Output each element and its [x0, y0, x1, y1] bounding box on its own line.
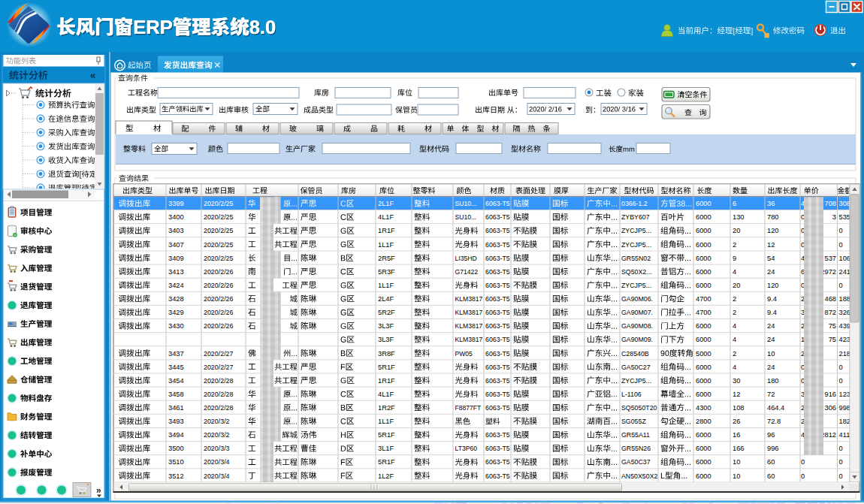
- svg-text:123: 123: [839, 391, 851, 398]
- svg-text:6000: 6000: [696, 431, 711, 439]
- svg-text:3413: 3413: [168, 268, 184, 276]
- svg-text:464.4: 464.4: [767, 404, 784, 412]
- svg-text:996: 996: [767, 445, 779, 452]
- svg-text:5R3F: 5R3F: [378, 268, 395, 276]
- svg-text:LI35HD: LI35HD: [455, 255, 477, 262]
- svg-text:6000: 6000: [696, 213, 711, 221]
- svg-text:6000: 6000: [696, 472, 711, 480]
- svg-text:12: 12: [767, 241, 775, 249]
- svg-text:3R8F: 3R8F: [378, 350, 395, 358]
- svg-text:0: 0: [839, 282, 843, 289]
- svg-text:6000: 6000: [696, 255, 711, 262]
- svg-text:6063-T5: 6063-T5: [485, 404, 510, 412]
- svg-text:6063-T5: 6063-T5: [485, 255, 510, 262]
- svg-text:3494: 3494: [168, 431, 184, 439]
- svg-text:0: 0: [839, 445, 843, 452]
- svg-text:2800: 2800: [696, 418, 711, 425]
- svg-text:6063-T5: 6063-T5: [485, 213, 510, 221]
- svg-text:96: 96: [767, 431, 775, 439]
- svg-text:3L1F: 3L1F: [378, 445, 394, 452]
- svg-text:1L1F: 1L1F: [378, 282, 394, 289]
- svg-text:2020/3/2: 2020/3/2: [204, 418, 230, 425]
- svg-text:SG055Z: SG055Z: [621, 418, 646, 425]
- svg-text:6000: 6000: [696, 227, 711, 234]
- svg-text:2020/2/28: 2020/2/28: [204, 404, 234, 412]
- svg-text:6000: 6000: [696, 377, 711, 385]
- svg-text:6063-T5: 6063-T5: [485, 227, 510, 234]
- svg-text:998: 998: [839, 404, 851, 412]
- svg-text:75: 75: [829, 322, 836, 330]
- svg-text:2020/3/2: 2020/3/2: [204, 431, 230, 439]
- svg-text:3407: 3407: [168, 241, 184, 249]
- svg-text:3429: 3429: [168, 309, 184, 316]
- svg-text:LT3P60: LT3P60: [455, 445, 478, 452]
- svg-text:9.4: 9.4: [767, 309, 777, 316]
- svg-text:30: 30: [733, 377, 740, 385]
- svg-text:6063-T5: 6063-T5: [485, 268, 510, 276]
- svg-text:3409: 3409: [168, 255, 184, 262]
- svg-text:6000: 6000: [696, 364, 711, 371]
- svg-text:0366-1.2: 0366-1.2: [621, 200, 648, 207]
- svg-text:12: 12: [733, 391, 740, 398]
- svg-text:120: 120: [767, 227, 779, 234]
- svg-text:6063-T5: 6063-T5: [485, 241, 510, 249]
- svg-text:306: 306: [824, 404, 836, 412]
- svg-text:2020/2/26: 2020/2/26: [204, 282, 234, 289]
- svg-text:3437: 3437: [168, 350, 184, 358]
- svg-text:130: 130: [733, 213, 745, 221]
- svg-text:241: 241: [839, 268, 851, 276]
- svg-text:0: 0: [801, 458, 805, 466]
- svg-text:106: 106: [839, 255, 851, 262]
- svg-text:6063-T5: 6063-T5: [485, 309, 510, 316]
- svg-text:3510: 3510: [168, 458, 184, 466]
- svg-text:L-1106: L-1106: [621, 391, 642, 398]
- svg-text:36: 36: [767, 200, 775, 207]
- svg-text:3399: 3399: [168, 200, 184, 207]
- svg-text:3500: 3500: [168, 445, 184, 452]
- svg-text:916: 916: [824, 391, 836, 398]
- svg-text:537: 537: [824, 255, 836, 262]
- svg-text:GA90M07.: GA90M07.: [621, 309, 653, 316]
- svg-text:10: 10: [733, 472, 740, 480]
- svg-text:6063-T5: 6063-T5: [485, 472, 510, 480]
- svg-text:535: 535: [839, 213, 851, 221]
- svg-text:4300: 4300: [696, 404, 711, 412]
- svg-text:6000: 6000: [696, 200, 711, 207]
- svg-text:6063-T5: 6063-T5: [485, 458, 510, 466]
- svg-text:2020/2/27: 2020/2/27: [204, 364, 234, 371]
- svg-text:6063-T5: 6063-T5: [485, 364, 510, 371]
- svg-text:6063-T5: 6063-T5: [485, 322, 510, 330]
- svg-text:423: 423: [839, 336, 851, 343]
- svg-text:10: 10: [767, 350, 775, 358]
- svg-text:3L3F: 3L3F: [378, 322, 394, 330]
- svg-text:2020/2/28: 2020/2/28: [204, 377, 234, 385]
- svg-text:5000: 5000: [696, 350, 711, 358]
- svg-text:SU10...: SU10...: [455, 200, 477, 207]
- svg-text:2: 2: [733, 241, 736, 249]
- svg-text:6063-T5: 6063-T5: [485, 295, 510, 303]
- svg-text:439: 439: [839, 322, 851, 330]
- svg-text:4: 4: [733, 336, 736, 343]
- svg-text:KLM3817: KLM3817: [455, 322, 483, 330]
- svg-text:ZYCJP5...: ZYCJP5...: [621, 227, 651, 234]
- svg-text:2020/2/26: 2020/2/26: [204, 309, 234, 316]
- svg-text:5R1F: 5R1F: [378, 364, 395, 371]
- svg-text:GR55A11: GR55A11: [621, 431, 650, 439]
- svg-text:6: 6: [733, 200, 736, 207]
- svg-text:24: 24: [767, 268, 775, 276]
- svg-text:2020/2/25: 2020/2/25: [204, 213, 234, 221]
- svg-text:4: 4: [733, 268, 736, 276]
- svg-text:108: 108: [733, 404, 745, 412]
- svg-text:2020/2/25: 2020/2/25: [204, 200, 234, 207]
- svg-text:2L1F: 2L1F: [378, 200, 394, 207]
- svg-text:6063-T5: 6063-T5: [485, 200, 510, 207]
- svg-text:1R2F: 1R2F: [378, 404, 395, 412]
- svg-text:468: 468: [824, 295, 836, 303]
- svg-text:188: 188: [839, 295, 851, 303]
- svg-text:1R1F: 1R1F: [378, 227, 395, 234]
- svg-text:GA90M06.: GA90M06.: [621, 295, 653, 303]
- svg-text:4700: 4700: [696, 295, 711, 303]
- svg-text:3493: 3493: [168, 418, 184, 425]
- svg-text:3428: 3428: [168, 295, 184, 303]
- svg-text:G71422: G71422: [455, 268, 479, 276]
